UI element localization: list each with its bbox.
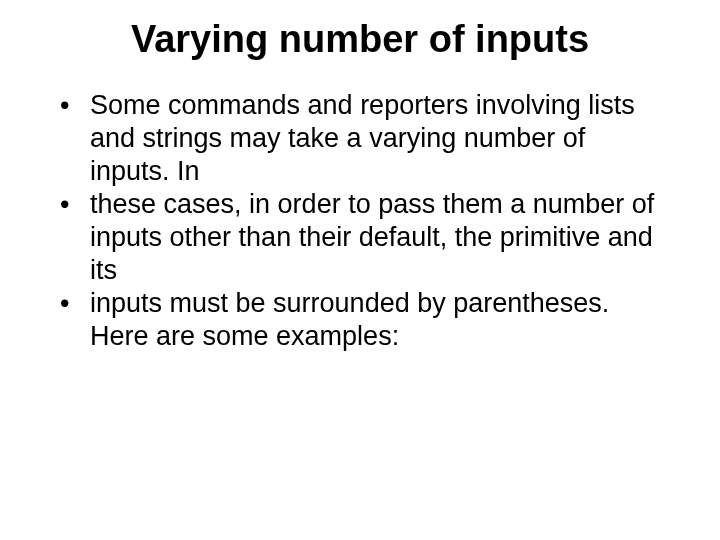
list-item: these cases, in order to pass them a num… [56,188,672,287]
bullet-list: Some commands and reporters involving li… [48,89,672,353]
page-title: Varying number of inputs [48,18,672,61]
list-item: inputs must be surrounded by parentheses… [56,287,672,353]
slide: Varying number of inputs Some commands a… [0,0,720,540]
list-item: Some commands and reporters involving li… [56,89,672,188]
